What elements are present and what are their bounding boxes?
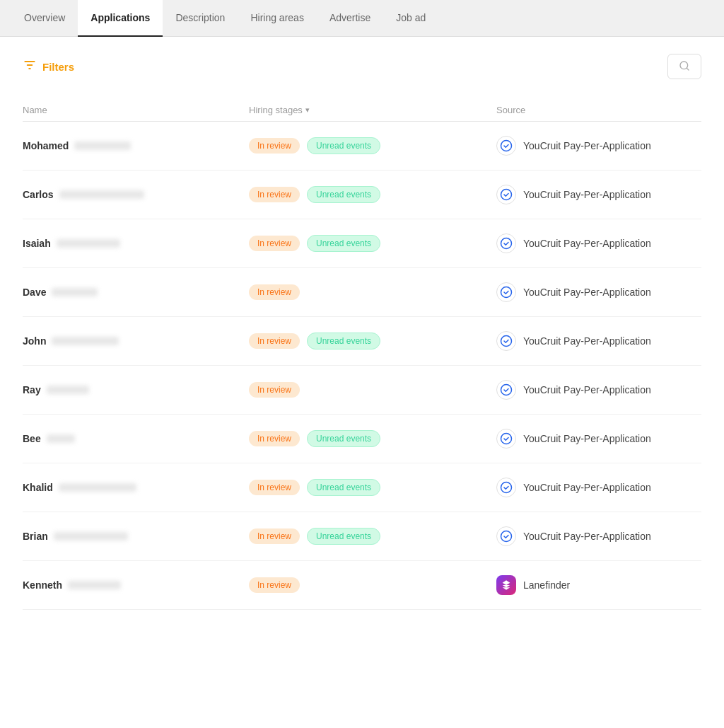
unread-badge-8[interactable]: Unread events: [307, 528, 380, 545]
table-row[interactable]: BrianIn reviewUnread events YouCruit Pay…: [23, 512, 701, 561]
source-cell-3: YouCruit Pay-Per-Application: [496, 282, 701, 302]
stages-cell-6: In reviewUnread events: [249, 430, 496, 447]
filters-label: Filters: [42, 61, 74, 73]
source-text-9: Lanefinder: [523, 579, 570, 591]
tab-advertise[interactable]: Advertise: [317, 0, 383, 37]
name-cell-8: Brian: [23, 531, 249, 542]
review-badge-3: In review: [249, 284, 300, 300]
name-cell-7: Khalid: [23, 482, 249, 493]
review-badge-8: In review: [249, 528, 300, 544]
source-text-2: YouCruit Pay-Per-Application: [523, 238, 651, 249]
tab-description[interactable]: Description: [163, 0, 238, 37]
last-name-blurred-0: [74, 141, 131, 150]
stages-cell-8: In reviewUnread events: [249, 528, 496, 545]
table-row[interactable]: KennethIn review Lanefinder: [23, 561, 701, 610]
stages-cell-0: In reviewUnread events: [249, 137, 496, 154]
source-cell-4: YouCruit Pay-Per-Application: [496, 331, 701, 351]
source-text-8: YouCruit Pay-Per-Application: [523, 531, 651, 542]
unread-badge-0[interactable]: Unread events: [307, 137, 380, 154]
tab-overview[interactable]: Overview: [11, 0, 78, 37]
stages-cell-7: In reviewUnread events: [249, 479, 496, 496]
tab-hiring-areas[interactable]: Hiring areas: [238, 0, 316, 37]
table-header: NameHiring stages ▾Source: [23, 99, 701, 122]
first-name-7: Khalid: [23, 482, 53, 493]
unread-badge-4[interactable]: Unread events: [307, 333, 380, 349]
name-cell-9: Kenneth: [23, 579, 249, 591]
svg-point-13: [501, 531, 512, 542]
table-row[interactable]: CarlosIn reviewUnread events YouCruit Pa…: [23, 171, 701, 219]
stages-cell-3: In review: [249, 284, 496, 300]
first-name-8: Brian: [23, 531, 48, 542]
unread-badge-6[interactable]: Unread events: [307, 430, 380, 447]
table-row[interactable]: IsaiahIn reviewUnread events YouCruit Pa…: [23, 219, 701, 268]
table-row[interactable]: JohnIn reviewUnread events YouCruit Pay-…: [23, 317, 701, 366]
svg-point-9: [501, 336, 512, 347]
svg-point-5: [501, 141, 512, 151]
app-container: OverviewApplicationsDescriptionHiring ar…: [0, 0, 724, 728]
youcruit-icon-2: [496, 233, 516, 253]
youcruit-icon-1: [496, 185, 516, 204]
last-name-blurred-6: [47, 434, 75, 443]
unread-badge-1[interactable]: Unread events: [307, 186, 380, 203]
first-name-2: Isaiah: [23, 238, 51, 249]
svg-point-8: [501, 287, 512, 298]
source-cell-1: YouCruit Pay-Per-Application: [496, 185, 701, 204]
youcruit-icon-3: [496, 282, 516, 302]
source-cell-0: YouCruit Pay-Per-Application: [496, 136, 701, 156]
source-text-3: YouCruit Pay-Per-Application: [523, 287, 651, 298]
source-cell-8: YouCruit Pay-Per-Application: [496, 526, 701, 546]
table-row[interactable]: KhalidIn reviewUnread events YouCruit Pa…: [23, 463, 701, 512]
lanefinder-icon-9: [496, 575, 516, 595]
source-cell-6: YouCruit Pay-Per-Application: [496, 429, 701, 449]
source-text-0: YouCruit Pay-Per-Application: [523, 140, 651, 151]
name-cell-3: Dave: [23, 287, 249, 298]
source-text-4: YouCruit Pay-Per-Application: [523, 335, 651, 347]
first-name-9: Kenneth: [23, 579, 62, 591]
filters-button[interactable]: Filters: [23, 58, 74, 76]
last-name-blurred-1: [59, 190, 144, 199]
first-name-0: Mohamed: [23, 140, 69, 151]
review-badge-4: In review: [249, 333, 300, 349]
stages-cell-1: In reviewUnread events: [249, 186, 496, 203]
filters-row: Filters: [23, 54, 701, 79]
sort-arrow-hiring-stages: ▾: [305, 105, 310, 115]
main-content: Filters NameHiring stages ▾Source Mohame…: [0, 37, 724, 728]
name-cell-0: Mohamed: [23, 140, 249, 151]
review-badge-1: In review: [249, 187, 300, 202]
unread-badge-2[interactable]: Unread events: [307, 235, 380, 252]
col-header-hiring-stages[interactable]: Hiring stages ▾: [249, 105, 496, 115]
unread-badge-7[interactable]: Unread events: [307, 479, 380, 496]
table-row[interactable]: BeeIn reviewUnread events YouCruit Pay-P…: [23, 415, 701, 463]
source-text-5: YouCruit Pay-Per-Application: [523, 384, 651, 395]
youcruit-icon-6: [496, 429, 516, 449]
last-name-blurred-9: [68, 581, 121, 589]
youcruit-icon-0: [496, 136, 516, 156]
name-cell-1: Carlos: [23, 189, 249, 200]
review-badge-0: In review: [249, 138, 300, 154]
review-badge-2: In review: [249, 236, 300, 251]
first-name-1: Carlos: [23, 189, 54, 200]
last-name-blurred-3: [52, 288, 98, 296]
table-row[interactable]: RayIn review YouCruit Pay-Per-Applicatio…: [23, 366, 701, 415]
tab-job-ad[interactable]: Job ad: [383, 0, 438, 37]
review-badge-6: In review: [249, 431, 300, 446]
tab-bar: OverviewApplicationsDescriptionHiring ar…: [0, 0, 724, 37]
review-badge-5: In review: [249, 382, 300, 398]
youcruit-icon-5: [496, 380, 516, 400]
first-name-4: John: [23, 335, 46, 347]
table-row[interactable]: DaveIn review YouCruit Pay-Per-Applicati…: [23, 268, 701, 317]
stages-cell-9: In review: [249, 577, 496, 593]
table-row[interactable]: MohamedIn reviewUnread events YouCruit P…: [23, 122, 701, 171]
table-body: MohamedIn reviewUnread events YouCruit P…: [23, 122, 701, 610]
stages-cell-5: In review: [249, 382, 496, 398]
first-name-6: Bee: [23, 433, 41, 444]
tab-applications[interactable]: Applications: [78, 0, 163, 37]
review-badge-9: In review: [249, 577, 300, 593]
search-box[interactable]: [667, 54, 701, 79]
search-icon: [679, 60, 690, 74]
name-cell-6: Bee: [23, 433, 249, 444]
name-cell-2: Isaiah: [23, 238, 249, 249]
youcruit-icon-7: [496, 478, 516, 497]
col-header-source: Source: [496, 105, 701, 115]
last-name-blurred-4: [52, 337, 119, 345]
